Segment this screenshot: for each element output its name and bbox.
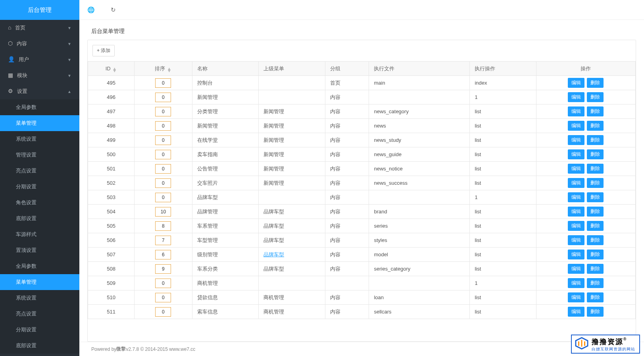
delete-button[interactable]: 删除 bbox=[587, 264, 604, 274]
cell-op: list bbox=[470, 248, 536, 262]
nav-sub-item[interactable]: 角色设置 bbox=[0, 195, 79, 211]
delete-button[interactable]: 删除 bbox=[587, 78, 604, 88]
edit-button[interactable]: 编辑 bbox=[568, 78, 584, 88]
column-header[interactable]: 排序▲▼ bbox=[135, 62, 192, 76]
delete-button[interactable]: 删除 bbox=[587, 292, 604, 302]
edit-button[interactable]: 编辑 bbox=[568, 92, 584, 102]
nav-sub-item[interactable]: 车源样式 bbox=[0, 226, 79, 242]
nav-group[interactable]: 👤用户▼ bbox=[0, 52, 79, 68]
delete-button[interactable]: 删除 bbox=[587, 121, 604, 131]
edit-button[interactable]: 编辑 bbox=[568, 164, 584, 174]
delete-button[interactable]: 删除 bbox=[587, 221, 604, 231]
sort-input[interactable] bbox=[155, 264, 171, 274]
cell-group: 内容 bbox=[325, 90, 369, 104]
sort-input[interactable] bbox=[155, 107, 171, 116]
delete-button[interactable]: 删除 bbox=[587, 92, 604, 102]
edit-button[interactable]: 编辑 bbox=[568, 307, 584, 317]
delete-button[interactable]: 删除 bbox=[587, 135, 604, 145]
delete-button[interactable]: 删除 bbox=[587, 192, 604, 202]
delete-button[interactable]: 删除 bbox=[587, 106, 604, 116]
nav-group[interactable]: ⌂首页▼ bbox=[0, 20, 79, 36]
menu-table: ID▲▼排序▲▼名称上级菜单分组执行文件执行操作操作 495 控制台 首页 ma… bbox=[88, 61, 636, 319]
sidebar: 后台管理 ⌂首页▼⬡内容▼👤用户▼▦模块▼⚙设置▲全局参数菜单管理系统设置管理设… bbox=[0, 0, 79, 356]
cell-group bbox=[325, 276, 369, 290]
cell-op: 1 bbox=[470, 190, 536, 205]
column-header[interactable]: ID▲▼ bbox=[88, 62, 135, 76]
edit-button[interactable]: 编辑 bbox=[568, 135, 584, 145]
delete-button[interactable]: 删除 bbox=[587, 164, 604, 174]
nav-sub-item[interactable]: 管理设置 bbox=[0, 147, 79, 163]
sort-input[interactable] bbox=[155, 236, 171, 245]
delete-button[interactable]: 删除 bbox=[587, 307, 604, 317]
sort-input[interactable] bbox=[155, 193, 171, 202]
sort-input[interactable] bbox=[155, 221, 171, 231]
sort-input[interactable] bbox=[155, 207, 171, 217]
edit-button[interactable]: 编辑 bbox=[568, 264, 584, 274]
nav-sub-item[interactable]: 底部设置 bbox=[0, 338, 79, 354]
delete-button[interactable]: 删除 bbox=[587, 178, 604, 188]
cell-file: news bbox=[369, 119, 470, 133]
cell-group: 内容 bbox=[325, 133, 369, 147]
nav-sub-item[interactable]: 菜单管理 bbox=[0, 274, 79, 290]
cell-op: list bbox=[470, 290, 536, 305]
edit-button[interactable]: 编辑 bbox=[568, 207, 584, 217]
nav-sub-item[interactable]: 分期设置 bbox=[0, 322, 79, 338]
delete-button[interactable]: 删除 bbox=[587, 149, 604, 159]
sort-input[interactable] bbox=[155, 78, 171, 88]
sort-input[interactable] bbox=[155, 250, 171, 259]
edit-button[interactable]: 编辑 bbox=[568, 278, 584, 288]
table-row: 495 控制台 首页 main index 编辑 删除 bbox=[88, 76, 636, 90]
globe-icon[interactable]: 🌐 bbox=[87, 6, 95, 14]
main: 🌐 ↻ 后台菜单管理 + 添加 ID▲▼排序▲▼名称上级菜单分组执行文件执行操作… bbox=[79, 0, 644, 356]
nav-sub-item[interactable]: 系统设置 bbox=[0, 131, 79, 147]
cell-op: list bbox=[470, 147, 536, 162]
sort-input[interactable] bbox=[155, 121, 171, 131]
table-row: 496 新闻管理 内容 1 编辑 删除 bbox=[88, 90, 636, 104]
nav-group[interactable]: ▦模块▼ bbox=[0, 68, 79, 83]
nav-sub-item[interactable]: 亮点设置 bbox=[0, 163, 79, 179]
delete-button[interactable]: 删除 bbox=[587, 278, 604, 288]
delete-button[interactable]: 删除 bbox=[587, 207, 604, 217]
chevron-down-icon: ▼ bbox=[67, 74, 71, 78]
parent-link[interactable]: 品牌车型 bbox=[263, 252, 284, 257]
nav-sub-item[interactable]: 菜单管理 bbox=[0, 115, 79, 131]
cell-group: 内容 bbox=[325, 205, 369, 219]
edit-button[interactable]: 编辑 bbox=[568, 235, 584, 245]
breadcrumb: 后台菜单管理 bbox=[79, 20, 644, 40]
refresh-icon[interactable]: ↻ bbox=[111, 6, 116, 14]
sort-input[interactable] bbox=[155, 150, 171, 159]
nav-sub-item[interactable]: 亮点设置 bbox=[0, 306, 79, 322]
nav-sub-item[interactable]: 全局参数 bbox=[0, 99, 79, 115]
sort-icon: ▲▼ bbox=[112, 68, 117, 72]
sort-input[interactable] bbox=[155, 293, 171, 302]
cell-id: 496 bbox=[88, 90, 135, 104]
table-row: 506 车型管理 品牌车型 内容 styles list 编辑 删除 bbox=[88, 233, 636, 248]
add-button[interactable]: + 添加 bbox=[92, 45, 115, 56]
cell-parent: 商机管理 bbox=[259, 305, 325, 319]
nav-sub-item[interactable]: 全局参数 bbox=[0, 258, 79, 274]
edit-button[interactable]: 编辑 bbox=[568, 292, 584, 302]
nav-sub-item[interactable]: 分期设置 bbox=[0, 179, 79, 195]
sort-input[interactable] bbox=[155, 164, 171, 174]
delete-button[interactable]: 删除 bbox=[587, 250, 604, 259]
cell-group: 内容 bbox=[325, 119, 369, 133]
sort-input[interactable] bbox=[155, 178, 171, 188]
nav-group[interactable]: ⬡内容▼ bbox=[0, 36, 79, 52]
sort-input[interactable] bbox=[155, 93, 171, 102]
delete-button[interactable]: 删除 bbox=[587, 235, 604, 245]
edit-button[interactable]: 编辑 bbox=[568, 192, 584, 202]
sort-input[interactable] bbox=[155, 307, 171, 317]
nav-sub-item[interactable]: 底部设置 bbox=[0, 211, 79, 226]
nav-sub-item[interactable]: 系统设置 bbox=[0, 290, 79, 306]
edit-button[interactable]: 编辑 bbox=[568, 149, 584, 159]
sort-input[interactable] bbox=[155, 135, 171, 145]
edit-button[interactable]: 编辑 bbox=[568, 106, 584, 116]
sort-input[interactable] bbox=[155, 279, 171, 288]
edit-button[interactable]: 编辑 bbox=[568, 178, 584, 188]
nav-sub-item[interactable]: 置顶设置 bbox=[0, 242, 79, 258]
nav-group[interactable]: ⚙设置▲ bbox=[0, 83, 79, 99]
edit-button[interactable]: 编辑 bbox=[568, 121, 584, 131]
edit-button[interactable]: 编辑 bbox=[568, 250, 584, 259]
edit-button[interactable]: 编辑 bbox=[568, 221, 584, 231]
table-row: 500 卖车指南 新闻管理 内容 news_guide list 编辑 删除 bbox=[88, 147, 636, 162]
